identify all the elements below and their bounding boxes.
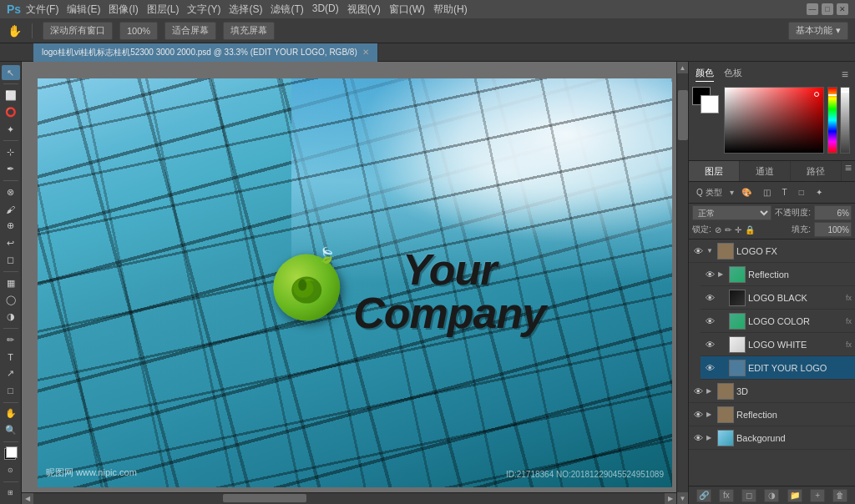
lasso-tool[interactable]: ⭕ [2,105,20,120]
add-mask-button[interactable]: ◻ [741,489,756,502]
menu-view[interactable]: 视图(V) [347,3,381,17]
blend-mode-select[interactable]: 正常 [692,205,772,220]
lock-image-icon[interactable]: ✏ [725,225,731,234]
dodge-tool[interactable]: ◑ [2,310,20,325]
scroll-thumb-v[interactable] [678,90,688,140]
channels-tab[interactable]: 通道 [740,161,791,181]
visibility-reflection-group[interactable]: 👁 [692,409,704,421]
layers-tab[interactable]: 图层 [689,161,740,181]
eraser-tool[interactable]: ◻ [2,253,20,268]
visibility-edit-your-logo[interactable]: 👁 [704,362,716,374]
menu-select[interactable]: 选择(S) [229,3,262,17]
gradient-tool[interactable]: ▦ [2,275,20,290]
swatches-tab[interactable]: 色板 [724,67,742,82]
color-gradient[interactable] [724,87,824,154]
quick-mask-tool[interactable]: ⊙ [2,462,20,477]
layer-type-filter[interactable]: Q 类型 [692,185,726,200]
layer-logo-color[interactable]: 👁 LOGO COLOR fx [701,310,855,333]
spot-heal-tool[interactable]: ⊗ [2,184,20,199]
lock-all-icon[interactable]: 🔒 [745,225,755,234]
visibility-reflection[interactable]: 👁 [704,269,716,280]
scroll-track-h[interactable] [33,493,665,504]
shape-tool[interactable]: □ [2,383,20,398]
history-brush-tool[interactable]: ↩ [2,235,20,250]
color-panel-header[interactable]: 颜色 色板 ≡ [692,65,852,83]
spread-windows-button[interactable]: 深动所有窗口 [43,22,113,40]
scroll-left-button[interactable]: ◀ [22,493,33,504]
menu-edit[interactable]: 编辑(E) [67,3,100,17]
layer-filter-type[interactable]: T [778,186,792,199]
tab-close-button[interactable]: ✕ [362,48,369,57]
document-tab[interactable]: logo桂机vi桂机标志桂机52300 3000 2000.psd @ 33.3… [33,43,378,62]
workspace-dropdown[interactable]: 基本功能 ▾ [788,22,848,40]
blur-tool[interactable]: ◯ [2,292,20,307]
expand-logo-fx[interactable]: ▼ [706,247,715,255]
visibility-logo-fx[interactable]: 👁 [692,245,704,257]
opacity-slider[interactable] [840,87,850,154]
delete-layer-button[interactable]: 🗑 [832,489,847,502]
horizontal-scrollbar[interactable]: ◀ ▶ [22,492,676,504]
expand-reflection-group[interactable]: ▶ [706,411,715,418]
visibility-logo-white[interactable]: 👁 [704,339,716,350]
close-button[interactable]: ✕ [837,3,848,15]
layer-background[interactable]: 👁 ▶ Backgorund [689,426,855,450]
new-layer-button[interactable]: + [810,489,825,502]
fill-screen-button[interactable]: 填充屏幕 [223,22,275,40]
lock-position-icon[interactable]: ✛ [735,225,741,234]
zoom-level-button[interactable]: 100% [119,22,158,40]
restore-button[interactable]: □ [822,3,833,15]
canvas-area[interactable]: 🍃 Your Company 昵图网 www.nipic.com ID:2171… [22,62,688,504]
color-panel-options[interactable]: ≡ [842,68,848,81]
opacity-input[interactable] [814,205,852,220]
layer-logo-black[interactable]: 👁 LOGO BLACK fx [701,286,855,310]
move-tool[interactable]: ↖ [2,65,20,80]
crop-tool[interactable]: ⊹ [2,144,20,159]
layer-reflection[interactable]: 👁 ▶ Reflection [701,263,855,286]
color-cursor[interactable] [814,92,819,97]
screen-mode[interactable]: ⊞ [2,486,20,501]
layer-edit-your-logo[interactable]: 👁 EDIT YOUR LOGO [701,356,855,380]
hand-tool-icon[interactable]: ✋ [7,23,22,38]
layer-3d[interactable]: 👁 ▶ 3D [689,380,855,403]
scroll-down-button[interactable]: ▼ [677,492,688,504]
color-selector[interactable] [2,446,20,461]
visibility-logo-color[interactable]: 👁 [704,315,716,327]
layer-style-button[interactable]: fx [719,489,734,502]
menu-text[interactable]: 文字(Y) [187,3,220,17]
pen-tool[interactable]: ✏ [2,332,20,347]
text-tool[interactable]: T [2,349,20,364]
scroll-thumb-h[interactable] [223,494,306,502]
hand-tool[interactable]: ✋ [2,406,20,421]
menu-layer[interactable]: 图层(L) [147,3,180,17]
scroll-track-v[interactable] [677,73,688,492]
layer-logo-white[interactable]: 👁 LOGO WHITE fx [701,333,855,356]
adjustment-button[interactable]: ◑ [764,489,779,502]
layer-filter-icons[interactable]: 🎨 [737,186,756,199]
clone-tool[interactable]: ⊕ [2,219,20,234]
expand-3d[interactable]: ▶ [706,387,715,395]
path-select-tool[interactable]: ↗ [2,366,20,381]
marquee-tool[interactable]: ⬜ [2,88,20,103]
menu-file[interactable]: 文件(F) [26,3,58,17]
menu-help[interactable]: 帮助(H) [433,3,468,17]
filter-dropdown[interactable]: ▾ [730,188,734,197]
visibility-3d[interactable]: 👁 [692,386,704,397]
zoom-tool[interactable]: 🔍 [2,423,20,438]
fit-screen-button[interactable]: 适合屏幕 [164,22,216,40]
menu-window[interactable]: 窗口(W) [389,3,425,17]
scroll-up-button[interactable]: ▲ [677,62,688,73]
eyedropper-tool[interactable]: ✒ [2,162,20,177]
lock-transparent-icon[interactable]: ⊘ [715,225,721,234]
color-tab[interactable]: 颜色 [696,67,714,82]
layer-filter-shape[interactable]: □ [795,186,808,199]
visibility-logo-black[interactable]: 👁 [704,292,716,304]
minimize-button[interactable]: — [807,3,818,15]
layer-logo-fx[interactable]: 👁 ▼ LOGO FX [689,239,855,263]
new-group-button[interactable]: 📁 [787,489,802,502]
menu-3d[interactable]: 3D(D) [312,3,339,17]
layer-filter-smart[interactable]: ✦ [812,186,827,199]
color-swatch-pair[interactable] [692,87,721,154]
background-swatch[interactable] [701,95,719,113]
visibility-background[interactable]: 👁 [692,432,704,444]
fill-input[interactable] [814,222,852,237]
